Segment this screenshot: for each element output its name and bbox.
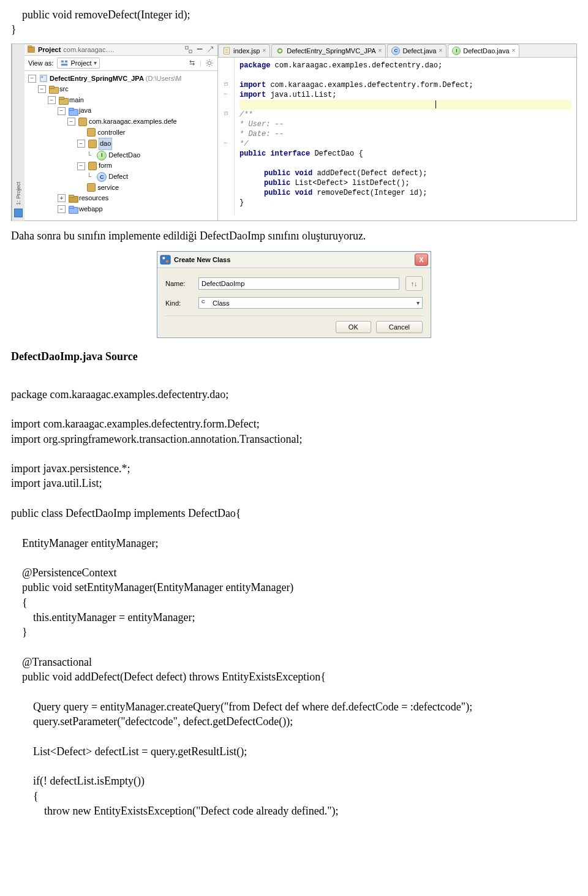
tab-defect-java[interactable]: C Defect.java× (387, 44, 447, 57)
collapse-toggle-icon[interactable]: − (38, 85, 46, 93)
tab-label: Defect.java (402, 47, 436, 55)
close-button[interactable]: X (415, 254, 428, 266)
kind-label: Kind: (165, 299, 192, 307)
tree-controller[interactable]: controller (77, 127, 217, 138)
tree-package[interactable]: −com.karaagac.examples.defe (67, 116, 217, 127)
tree-label: Defect (108, 171, 128, 183)
collapse-toggle-icon[interactable]: − (77, 162, 85, 170)
tree-label: main (69, 95, 84, 106)
svg-rect-9 (42, 77, 43, 78)
hide-icon[interactable] (195, 45, 204, 54)
tree-label: resources (79, 193, 108, 204)
fold-minus-icon[interactable]: ⊟ (218, 80, 234, 90)
dialog-titlebar[interactable]: Create New Class X (157, 252, 431, 268)
project-header-name: com.karaagac…. (63, 46, 114, 53)
tree-defectdao[interactable]: └ IDefectDao (87, 150, 217, 161)
float-icon[interactable] (206, 45, 215, 54)
create-class-dialog: Create New Class X Name: ↑↓ Kind: C Clas… (157, 251, 431, 338)
source-folder-icon (69, 108, 77, 115)
settings-icon[interactable] (205, 59, 214, 67)
svg-rect-1 (28, 45, 32, 47)
tree-main[interactable]: −main (48, 95, 217, 106)
interface-icon: I (452, 47, 461, 55)
folder-icon (69, 195, 77, 201)
fold-end-icon: ⌙ (218, 90, 234, 100)
class-icon: C (202, 299, 209, 307)
kind-dropdown[interactable]: C Class ▾ (198, 297, 423, 309)
autoscroll-icon[interactable]: ⇆ (187, 59, 196, 67)
svg-rect-4 (61, 60, 64, 62)
svg-rect-6 (61, 63, 68, 66)
close-icon[interactable]: × (262, 47, 266, 54)
project-view-icon (60, 59, 69, 67)
package-icon (88, 140, 97, 148)
editor-code-area[interactable]: ⊟ ⌙ ⊟ ⌙ package com.karaagac.examples.de… (218, 58, 576, 215)
module-icon (39, 74, 48, 83)
close-icon[interactable]: × (512, 47, 516, 54)
svg-rect-13 (163, 257, 165, 260)
tab-label: DefectDao.java (463, 47, 509, 55)
svg-rect-12 (160, 255, 170, 264)
source-body: package com.karaagac.examples.defectentr… (11, 372, 577, 818)
close-icon[interactable]: × (439, 47, 442, 54)
svg-rect-2 (186, 46, 188, 48)
folder-icon (49, 86, 58, 92)
project-icon (27, 45, 36, 54)
tree-form[interactable]: −form (77, 160, 217, 171)
package-icon (87, 183, 96, 192)
tree-defect[interactable]: └ CDefect (87, 171, 217, 183)
collapse-toggle-icon[interactable]: − (58, 205, 66, 213)
close-icon[interactable]: × (379, 47, 382, 54)
view-as-label: View as: (28, 59, 53, 67)
tree-label: service (97, 183, 119, 194)
tree-label: com.karaagac.examples.defe (89, 116, 177, 127)
tab-index-jsp[interactable]: index.jsp× (218, 44, 270, 57)
tree-label: controller (97, 127, 125, 138)
project-tool-gutter[interactable]: 1: Project (12, 44, 24, 221)
collapse-toggle-icon[interactable]: − (28, 75, 36, 83)
code-body[interactable]: package com.karaagac.examples.defectentr… (235, 58, 576, 215)
editor-gutter: ⊟ ⌙ ⊟ ⌙ (218, 58, 235, 215)
tree-root[interactable]: − DefectEntry_SpringMVC_JPA (D:\Users\M (28, 73, 217, 85)
package-icon (87, 128, 96, 137)
tree-root-label: DefectEntry_SpringMVC_JPA (50, 73, 144, 85)
collapse-icon[interactable] (184, 45, 193, 54)
tab-defectdao-java[interactable]: I DefectDao.java× (448, 44, 519, 57)
tree-label: DefectDao (108, 150, 140, 161)
fold-plus-icon[interactable]: ⊟ (218, 110, 234, 119)
reorder-button[interactable]: ↑↓ (405, 276, 423, 291)
tree-java[interactable]: −java (58, 105, 217, 116)
jsp-file-icon (222, 47, 231, 55)
collapse-toggle-icon[interactable]: − (48, 96, 56, 104)
app-logo-icon (160, 255, 171, 265)
collapse-toggle-icon[interactable]: − (67, 118, 75, 126)
collapse-toggle-icon[interactable]: − (77, 140, 85, 148)
dialog-title: Create New Class (174, 256, 230, 263)
class-icon: C (97, 172, 107, 182)
expand-toggle-icon[interactable]: + (58, 194, 66, 202)
tree-label: java (79, 105, 91, 116)
cancel-button[interactable]: Cancel (376, 321, 423, 333)
kind-value: Class (213, 299, 230, 307)
view-as-dropdown[interactable]: Project ▾ (57, 58, 99, 69)
tree-service[interactable]: service (77, 183, 217, 194)
tab-label: index.jsp (233, 47, 260, 55)
tab-project[interactable]: DefectEntry_SpringMVC_JPA× (271, 44, 386, 57)
class-name-input[interactable] (198, 277, 399, 290)
project-tree[interactable]: − DefectEntry_SpringMVC_JPA (D:\Users\M … (24, 71, 217, 221)
tree-src[interactable]: −src (38, 84, 217, 95)
tree-dao[interactable]: −dao (77, 138, 217, 150)
ok-button[interactable]: OK (336, 321, 371, 333)
class-icon: C (391, 47, 400, 55)
svg-point-7 (208, 61, 211, 64)
tree-webapp[interactable]: −webapp (58, 204, 217, 215)
collapse-toggle-icon[interactable]: − (58, 107, 66, 115)
tree-root-path: (D:\Users\M (146, 73, 182, 85)
svg-rect-8 (40, 75, 47, 82)
tree-resources[interactable]: +resources (58, 193, 217, 204)
tree-label: form (99, 160, 112, 171)
tab-label: DefectEntry_SpringMVC_JPA (287, 47, 375, 55)
project-panel-header[interactable]: Project com.karaagac…. (24, 44, 217, 56)
tree-label: src (59, 84, 69, 95)
ide-window: 1: Project Project com.karaagac…. View a… (11, 43, 577, 222)
